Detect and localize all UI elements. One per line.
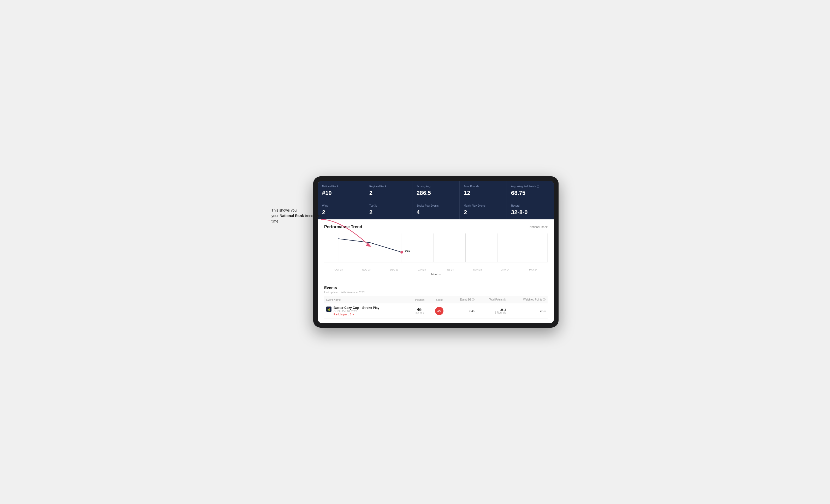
- stat-scoring-avg: Scoring Avg. 286.5: [412, 181, 459, 200]
- x-label-nov23: NOV 23: [353, 268, 381, 271]
- table-row: ⛳ Buster Cozy Cup – Stroke Play Oct 9 - …: [324, 303, 548, 319]
- event-name-info: Buster Cozy Cup – Stroke Play Oct 9 - Oc…: [333, 306, 379, 316]
- stats-row-1: National Rank #10 Regional Rank 2 Scorin…: [318, 181, 554, 200]
- content-area: National Rank #10 Regional Rank 2 Scorin…: [318, 181, 554, 323]
- stat-top3s: Top 3s 2: [365, 200, 412, 220]
- tablet-device: National Rank #10 Regional Rank 2 Scorin…: [313, 176, 558, 328]
- x-label-feb24: FEB 24: [436, 268, 464, 271]
- stat-match-play-events: Match Play Events 2: [459, 200, 507, 220]
- stat-stroke-play-events: Stroke Play Events 4: [412, 200, 459, 220]
- stats-row-2: Wins 2 Top 3s 2 Stroke Play Events 4 Mat…: [318, 200, 554, 220]
- tablet-screen: National Rank #10 Regional Rank 2 Scorin…: [318, 181, 554, 323]
- x-axis-title: Months: [324, 273, 548, 276]
- x-label-oct23: OCT 23: [325, 268, 353, 271]
- perf-title: Performance Trend: [324, 225, 362, 229]
- chart-x-labels: OCT 23 NOV 23 DEC 23 JAN 24 FEB 24 MAR 2…: [324, 268, 548, 271]
- stat-national-rank: National Rank #10: [318, 181, 365, 200]
- col-weighted-points: Weighted Points ⓘ: [508, 296, 548, 303]
- col-total-points: Total Points ⓘ: [477, 296, 508, 303]
- svg-point-10: [401, 251, 403, 254]
- col-position: Position: [410, 296, 430, 303]
- event-sg: 0.45: [449, 303, 477, 319]
- events-title: Events: [324, 285, 548, 290]
- x-label-dec23: DEC 23: [380, 268, 408, 271]
- x-label-jan24: JAN 24: [408, 268, 436, 271]
- event-name-cell: ⛳ Buster Cozy Cup – Stroke Play Oct 9 - …: [324, 303, 410, 319]
- score-badge: -22: [435, 307, 443, 315]
- event-rank-impact: Rank Impact: 3 ▼: [333, 313, 379, 316]
- svg-text:#10: #10: [405, 249, 410, 252]
- stat-wins: Wins 2: [318, 200, 365, 220]
- col-score: Score: [430, 296, 449, 303]
- events-last-updated: Last updated: 24th November 2023: [324, 291, 548, 294]
- stat-regional-rank: Regional Rank 2: [365, 181, 412, 200]
- events-table: Event Name Position Score Event SG ⓘ Tot…: [324, 296, 548, 319]
- event-date: Oct 9 - Oct 10, 2023: [333, 310, 379, 313]
- performance-trend-section: Performance Trend National Rank: [318, 220, 554, 281]
- col-event-name: Event Name: [324, 296, 410, 303]
- stat-record: Record 32-8-0: [507, 200, 554, 220]
- event-weighted-points: 28.3: [508, 303, 548, 319]
- event-position: 6th out of 7: [410, 303, 430, 319]
- x-label-may24: MAY 24: [519, 268, 547, 271]
- stat-avg-weighted-points: Avg. Weighted Points ⓘ 68.75: [507, 181, 554, 200]
- events-section: Events Last updated: 24th November 2023 …: [318, 281, 554, 323]
- perf-label: National Rank: [530, 225, 548, 229]
- event-total-points: 28.3 3 Rounds: [477, 303, 508, 319]
- outer-wrapper: This shows you your National Rank trend …: [272, 176, 558, 328]
- annotation-text: This shows you your National Rank trend …: [272, 208, 324, 224]
- x-label-mar24: MAR 24: [464, 268, 492, 271]
- stat-total-rounds: Total Rounds 12: [459, 181, 507, 200]
- x-label-apr24: APR 24: [491, 268, 519, 271]
- event-name: Buster Cozy Cup – Stroke Play: [333, 306, 379, 310]
- table-header-row: Event Name Position Score Event SG ⓘ Tot…: [324, 296, 548, 303]
- chart-svg: #10: [324, 233, 548, 267]
- event-icon: ⛳: [326, 306, 331, 312]
- chart-area: #10: [324, 233, 548, 267]
- perf-header: Performance Trend National Rank: [324, 225, 548, 229]
- events-header: Events: [324, 285, 548, 290]
- col-event-sg: Event SG ⓘ: [449, 296, 477, 303]
- event-score: -22: [430, 303, 449, 319]
